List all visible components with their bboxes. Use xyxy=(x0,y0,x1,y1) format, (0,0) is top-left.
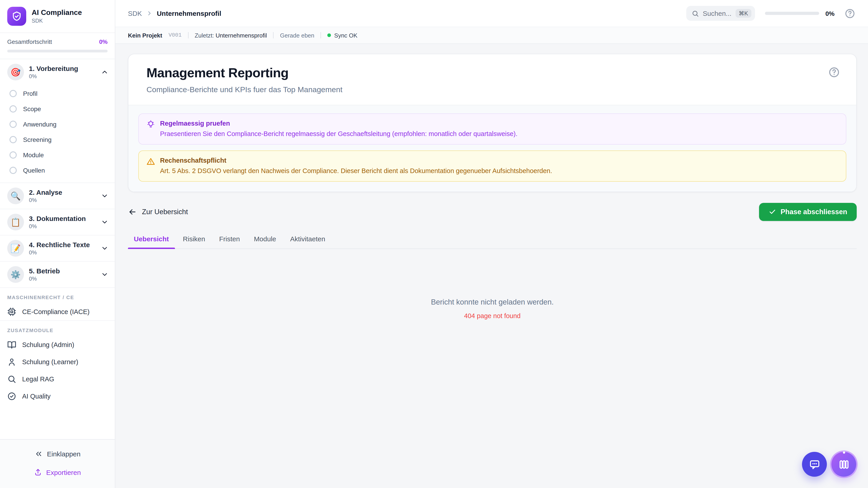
status-circle-icon xyxy=(9,167,17,174)
actions-row: Zur Uebersicht Phase abschliessen xyxy=(128,203,857,221)
columns-icon xyxy=(838,458,850,470)
warning-note: Rechenschaftspflicht Art. 5 Abs. 2 DSGVO… xyxy=(138,151,846,182)
phase-row-vorbereitung[interactable]: 🎯 1. Vorbereitung 0% xyxy=(0,59,115,85)
report-header-card: Management Reporting Compliance-Berichte… xyxy=(128,54,857,192)
sidebar-header: AI Compliance SDK xyxy=(0,0,115,33)
export-button[interactable]: Exportieren xyxy=(7,464,107,480)
phase-row-analyse[interactable]: 🔍 2. Analyse 0% xyxy=(0,183,115,209)
collapse-sidebar-button[interactable]: Einklappen xyxy=(7,446,107,462)
tip-body: Praesentieren Sie den Compliance-Bericht… xyxy=(160,130,518,138)
status-circle-icon xyxy=(9,151,17,159)
last-saved-time: Gerade eben xyxy=(280,32,314,39)
status-circle-icon xyxy=(9,121,17,128)
status-circle-icon xyxy=(9,136,17,143)
phase-analyse: 🔍 2. Analyse 0% xyxy=(0,183,115,209)
lightbulb-icon xyxy=(147,120,155,129)
sidebar-item-module[interactable]: Module xyxy=(0,147,115,163)
target-icon: 🎯 xyxy=(7,64,24,80)
check-icon xyxy=(768,208,776,216)
upload-icon xyxy=(34,468,42,476)
chevrons-left-icon xyxy=(34,450,43,458)
version-badge: V001 xyxy=(168,32,182,38)
chevron-down-icon xyxy=(101,218,108,226)
phase-nav: 🎯 1. Vorbereitung 0% Profil Scope xyxy=(0,59,115,439)
chat-button[interactable] xyxy=(802,452,827,477)
sidebar-item-schulung-learner[interactable]: Schulung (Learner) xyxy=(0,353,115,370)
search-icon xyxy=(7,375,16,384)
search-placeholder: Suchen... xyxy=(703,9,732,17)
content-area: Management Reporting Compliance-Berichte… xyxy=(115,44,868,488)
last-label: Zuletzt: xyxy=(195,32,214,39)
chevron-down-icon xyxy=(101,271,108,278)
warning-triangle-icon xyxy=(147,157,155,166)
topbar: SDK Unternehmensprofil Suchen... ⌘K 0% xyxy=(115,0,868,27)
sidebar-item-quellen[interactable]: Quellen xyxy=(0,163,115,178)
overall-progress-bar xyxy=(7,50,107,53)
gear-icon: ⚙️ xyxy=(7,266,24,283)
sidebar-item-ce-compliance[interactable]: CE-Compliance (IACE) xyxy=(0,303,115,320)
overall-progress: Gesamtfortschritt 0% xyxy=(0,33,115,59)
phase-row-betrieb[interactable]: ⚙️ 5. Betrieb 0% xyxy=(0,262,115,287)
sidebar-item-scope[interactable]: Scope xyxy=(0,101,115,117)
status-circle-icon xyxy=(9,105,17,112)
phase-dokumentation: 📋 3. Dokumentation 0% xyxy=(0,209,115,235)
status-bar: Kein Projekt V001 Zuletzt: Unternehmensp… xyxy=(115,27,868,44)
chevron-right-icon xyxy=(146,10,153,17)
search-shortcut-badge: ⌘K xyxy=(736,9,751,18)
last-value: Unternehmensprofil xyxy=(216,32,267,39)
chevron-down-icon xyxy=(101,192,108,200)
sidebar-item-profil[interactable]: Profil xyxy=(0,86,115,101)
tab-uebersicht[interactable]: Uebersicht xyxy=(128,235,175,248)
tab-module[interactable]: Module xyxy=(248,235,282,248)
tab-aktivitaeten[interactable]: Aktivitaeten xyxy=(284,235,331,248)
panels-button[interactable] xyxy=(831,452,856,477)
complete-phase-button[interactable]: Phase abschliessen xyxy=(759,203,857,221)
empty-state-error: 404 page not found xyxy=(128,312,857,319)
sync-dot-icon xyxy=(328,33,331,37)
overall-progress-value: 0% xyxy=(99,38,107,45)
tab-risiken[interactable]: Risiken xyxy=(177,235,211,248)
help-icon[interactable] xyxy=(828,66,840,78)
phase-vorbereitung: 🎯 1. Vorbereitung 0% Profil Scope xyxy=(0,59,115,183)
page-subtitle: Compliance-Berichte und KPIs fuer das To… xyxy=(147,86,838,94)
chevron-up-icon xyxy=(101,68,108,76)
floating-buttons xyxy=(802,452,856,477)
search-input[interactable]: Suchen... ⌘K xyxy=(686,6,755,21)
book-open-icon xyxy=(7,340,16,349)
tip-title: Regelmaessig pruefen xyxy=(160,120,518,127)
sidebar-item-screening[interactable]: Screening xyxy=(0,132,115,147)
phase-row-rechtliche-texte[interactable]: 📝 4. Rechtliche Texte 0% xyxy=(0,235,115,261)
memo-icon: 📝 xyxy=(7,240,24,257)
sidebar-footer: Einklappen Exportieren xyxy=(0,439,115,488)
app-title: AI Compliance xyxy=(32,8,82,17)
warning-body: Art. 5 Abs. 2 DSGVO verlangt den Nachwei… xyxy=(160,167,552,175)
check-circle-icon xyxy=(7,392,16,401)
header-progress-value: 0% xyxy=(826,10,835,17)
breadcrumb-sdk[interactable]: SDK xyxy=(128,9,142,17)
chevron-down-icon xyxy=(101,245,108,252)
app-root: AI Compliance SDK Gesamtfortschritt 0% 🎯… xyxy=(0,0,868,488)
header-progress-bar xyxy=(765,12,819,15)
chat-bubble-icon xyxy=(809,458,820,470)
status-circle-icon xyxy=(9,90,17,97)
sidebar-item-schulung-admin[interactable]: Schulung (Admin) xyxy=(0,336,115,353)
sidebar-item-legal-rag[interactable]: Legal RAG xyxy=(0,370,115,388)
page-title: Management Reporting xyxy=(147,66,838,80)
help-icon[interactable] xyxy=(844,8,855,19)
phase-row-dokumentation[interactable]: 📋 3. Dokumentation 0% xyxy=(0,209,115,235)
app-logo xyxy=(7,7,26,26)
phase-label: 1. Vorbereitung xyxy=(29,65,96,72)
arrow-left-icon xyxy=(128,207,137,216)
section-title-zusatzmodule: ZUSATZMODULE xyxy=(0,321,115,336)
user-icon xyxy=(7,357,16,366)
sidebar-item-anwendung[interactable]: Anwendung xyxy=(0,117,115,132)
magnifier-icon: 🔍 xyxy=(7,188,24,204)
back-to-overview-button[interactable]: Zur Uebersicht xyxy=(128,207,188,216)
section-title-maschinenrecht: MASCHINENRECHT / CE xyxy=(0,288,115,303)
phase-rechtliche-texte: 📝 4. Rechtliche Texte 0% xyxy=(0,235,115,262)
sidebar-item-ai-quality[interactable]: AI Quality xyxy=(0,388,115,405)
empty-state: Bericht konnte nicht geladen werden. 404… xyxy=(128,297,857,319)
phase-percent: 0% xyxy=(29,73,96,79)
tab-fristen[interactable]: Fristen xyxy=(213,235,246,248)
shield-check-icon xyxy=(11,11,22,22)
